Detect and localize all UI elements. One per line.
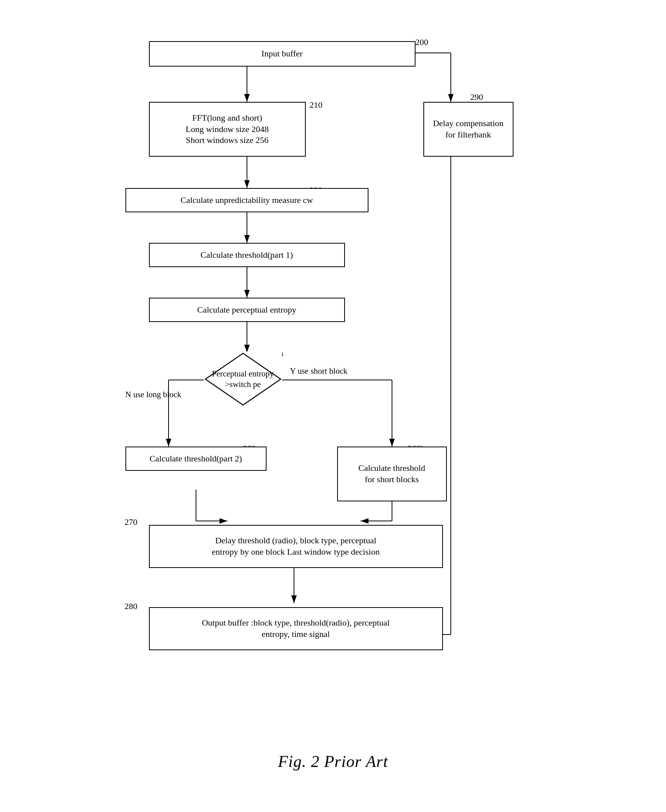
decision-diamond: Perceptual entropy >switch pe	[204, 352, 282, 407]
ref-210: 210	[310, 100, 323, 110]
flowchart: 200 Input buffer 290 Delay compensation …	[118, 16, 549, 729]
delay-comp-box: Delay compensation for filterbank	[423, 102, 514, 157]
n-long-label: N use long block	[125, 390, 181, 400]
calc-threshold-2-box: Calculate threshold(part 2)	[125, 447, 267, 471]
ref-280: 280	[125, 601, 138, 611]
diagram-container: 200 Input buffer 290 Delay compensation …	[118, 16, 549, 729]
output-buffer-box: Output buffer :block type, threshold(rad…	[149, 607, 443, 650]
delay-threshold-box: Delay threshold (radio), block type, per…	[149, 525, 443, 568]
calc-cw-box: Calculate unpredictability measure cw	[125, 188, 368, 212]
y-short-label: Y use short block	[290, 366, 348, 376]
ref-270: 270	[125, 517, 138, 527]
calc-threshold-1-box: Calculate threshold(part 1)	[149, 243, 345, 267]
calc-threshold-short-box: Calculate threshold for short blocks	[337, 447, 447, 501]
fft-box: FFT(long and short) Long window size 204…	[149, 102, 306, 157]
calc-perceptual-box: Calculate perceptual entropy	[149, 298, 345, 322]
input-buffer-box: Input buffer	[149, 41, 416, 67]
ref-200: 200	[416, 37, 428, 47]
fig-caption: Fig. 2 Prior Art	[278, 752, 388, 771]
ref-290: 290	[470, 92, 483, 102]
